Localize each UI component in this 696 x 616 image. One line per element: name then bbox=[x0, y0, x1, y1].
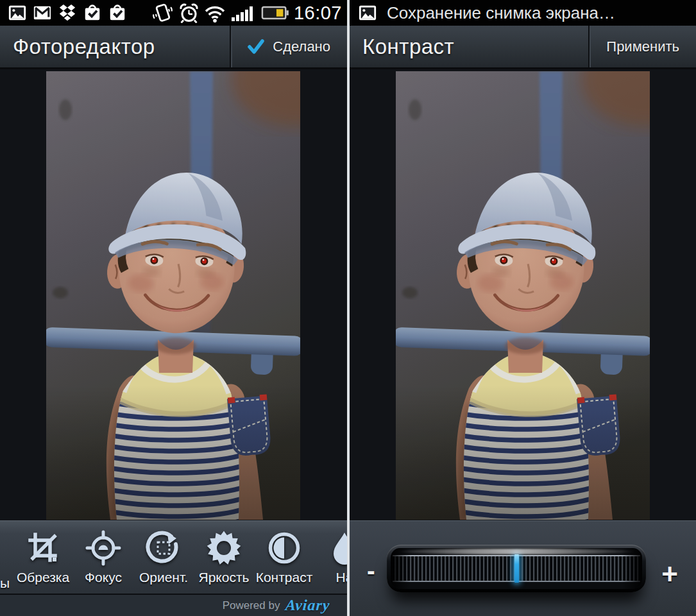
contrast-icon bbox=[266, 530, 302, 566]
tool-filters-partial-label[interactable]: ы bbox=[0, 576, 10, 591]
vibrate-icon bbox=[152, 3, 173, 23]
photo-preview bbox=[396, 71, 650, 520]
play-store-icon bbox=[83, 3, 102, 22]
focus-icon bbox=[85, 530, 121, 566]
apply-button[interactable]: Применить bbox=[588, 26, 696, 67]
title-bar-right: Контраст Применить bbox=[350, 26, 696, 69]
tool-label: Фокус bbox=[85, 570, 122, 585]
orient-icon bbox=[146, 530, 182, 566]
tool-contrast[interactable]: Контраст bbox=[254, 520, 314, 594]
increase-button[interactable]: + bbox=[661, 560, 678, 588]
clock: 16:07 bbox=[294, 3, 342, 24]
panel-photo-editor: 16:07 Фоторедактор Сделано bbox=[0, 0, 347, 616]
editor-canvas-right bbox=[350, 69, 696, 520]
tool-brightness[interactable]: Яркость bbox=[194, 520, 254, 594]
apply-button-label: Применить bbox=[606, 38, 679, 55]
tool-carousel[interactable]: ы Обрезка Фокус Ориент. Яркость Контраст bbox=[0, 520, 347, 594]
notification-ticker: Сохранение снимка экрана… bbox=[387, 3, 615, 23]
done-button-label: Сделано bbox=[273, 38, 330, 55]
aviary-logo: Aviary bbox=[285, 597, 331, 614]
check-icon bbox=[248, 39, 264, 55]
crop-icon bbox=[25, 530, 61, 566]
dual-screenshot-canvas: 16:07 Фоторедактор Сделано bbox=[0, 0, 696, 616]
saturation-icon bbox=[327, 530, 347, 566]
contrast-slider-area: - + bbox=[350, 520, 696, 616]
system-icons bbox=[152, 3, 289, 23]
decrease-button[interactable]: - bbox=[367, 559, 375, 583]
tool-label: Обрезка bbox=[17, 570, 69, 585]
dropbox-icon bbox=[58, 3, 77, 22]
play-store-icon bbox=[108, 3, 127, 22]
tool-label: Яркость bbox=[198, 570, 249, 585]
powered-by-text: Powered by bbox=[223, 599, 280, 612]
brightness-icon bbox=[206, 530, 242, 566]
editor-canvas-left bbox=[0, 69, 347, 520]
gallery-icon bbox=[8, 3, 27, 22]
tool-focus[interactable]: Фокус bbox=[73, 520, 133, 594]
alarm-clock-icon bbox=[178, 3, 199, 23]
tool-label: Ориент. bbox=[139, 570, 188, 585]
tool-saturation-partial[interactable]: На bbox=[314, 520, 347, 594]
tool-orientation[interactable]: Ориент. bbox=[133, 520, 194, 594]
powered-by-bar: Powered by Aviary bbox=[0, 594, 347, 616]
tool-crop[interactable]: Обрезка bbox=[13, 520, 73, 594]
gmail-icon bbox=[33, 3, 52, 22]
done-button[interactable]: Сделано bbox=[230, 26, 347, 67]
tool-label: Контраст bbox=[256, 570, 313, 585]
title-bar-left: Фоторедактор Сделано bbox=[0, 26, 347, 69]
tool-label: На bbox=[336, 570, 347, 585]
notification-icons bbox=[8, 3, 127, 22]
battery-icon bbox=[261, 3, 289, 23]
page-title: Фоторедактор bbox=[0, 35, 155, 59]
panel-contrast-screen: Сохранение снимка экрана… Контраст Приме… bbox=[350, 0, 696, 616]
page-title: Контраст bbox=[350, 35, 454, 59]
status-bar-right: Сохранение снимка экрана… bbox=[350, 0, 696, 26]
gallery-icon bbox=[358, 3, 377, 22]
signal-icon bbox=[230, 3, 256, 23]
status-bar-left: 16:07 bbox=[0, 0, 347, 26]
wifi-icon bbox=[205, 3, 225, 23]
adjustment-wheel[interactable] bbox=[387, 545, 646, 592]
photo-preview bbox=[46, 71, 300, 520]
